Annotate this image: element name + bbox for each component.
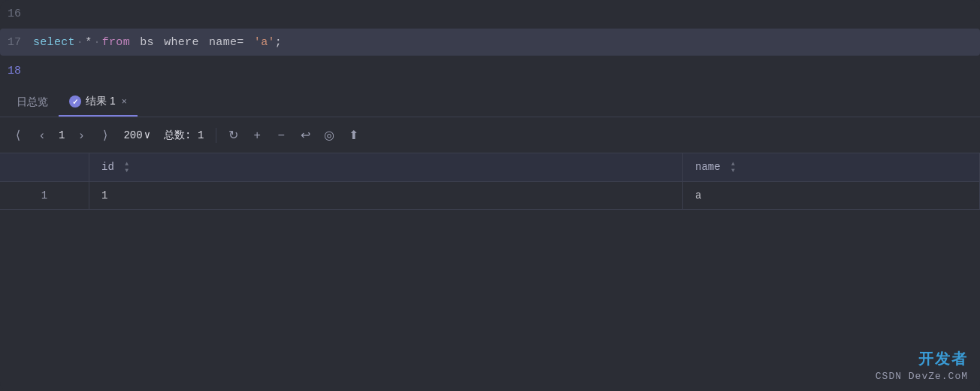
code-line-17[interactable]: 17 select·*·from bs where name= 'a'; bbox=[0, 29, 980, 56]
results-table: id ▲ ▼ name ▲ ▼ bbox=[0, 153, 980, 210]
col-name: name= bbox=[209, 36, 244, 49]
line-number-18: 18 bbox=[6, 65, 33, 77]
next-page-button[interactable]: › bbox=[71, 125, 92, 146]
tab-result1[interactable]: 结果 1 × bbox=[59, 88, 138, 117]
tab-overview[interactable]: 日总览 bbox=[6, 88, 59, 117]
keyword-where: where bbox=[164, 36, 199, 49]
code-line-18: 18 bbox=[0, 57, 980, 84]
first-page-button[interactable]: ⟨ bbox=[8, 125, 29, 146]
table-header-row: id ▲ ▼ name ▲ ▼ bbox=[0, 153, 980, 182]
cell-id: 1 bbox=[89, 182, 683, 210]
col-header-name[interactable]: name ▲ ▼ bbox=[683, 153, 980, 182]
rows-dropdown-icon: ∨ bbox=[144, 129, 150, 141]
total-count-label: 总数: 1 bbox=[158, 129, 210, 142]
last-page-button[interactable]: ⟩ bbox=[95, 125, 116, 146]
export-button[interactable]: ⬆ bbox=[343, 125, 364, 146]
result-toolbar: ⟨ ‹ 1 › ⟩ 200 ∨ 总数: 1 ↻ + − ↩ ◎ ⬆ bbox=[0, 117, 980, 153]
id-sort-icons[interactable]: ▲ ▼ bbox=[125, 161, 129, 174]
code-line-16: 16 bbox=[0, 0, 980, 27]
results-table-area: id ▲ ▼ name ▲ ▼ bbox=[0, 153, 980, 391]
col-header-id[interactable]: id ▲ ▼ bbox=[89, 153, 683, 182]
name-sort-icons[interactable]: ▲ ▼ bbox=[731, 161, 735, 174]
line-number-16: 16 bbox=[6, 8, 33, 20]
cell-rownum: 1 bbox=[0, 182, 89, 210]
table-body: 1 1 a bbox=[0, 182, 980, 210]
keyword-star: * bbox=[85, 36, 92, 49]
sort-down-icon: ▼ bbox=[731, 168, 735, 174]
tab-result-check-icon bbox=[69, 95, 81, 108]
tab-close-button[interactable]: × bbox=[122, 96, 127, 107]
sort-down-icon: ▼ bbox=[125, 168, 129, 174]
prev-page-button[interactable]: ‹ bbox=[32, 125, 53, 146]
code-content-17: select·*·from bs where name= 'a'; bbox=[33, 36, 282, 49]
refresh-button[interactable]: ↻ bbox=[222, 125, 243, 146]
cell-name: a bbox=[683, 182, 980, 210]
keyword-select: select bbox=[33, 36, 75, 49]
editor-area: 16 17 select·*·from bs where name= 'a'; … bbox=[0, 0, 980, 84]
tab-result1-label: 结果 1 bbox=[86, 95, 116, 108]
table-row[interactable]: 1 1 a bbox=[0, 182, 980, 210]
line-number-17: 17 bbox=[6, 36, 33, 49]
sort-up-icon: ▲ bbox=[125, 161, 129, 167]
current-page: 1 bbox=[56, 129, 68, 141]
keyword-from: from bbox=[102, 36, 130, 49]
rows-per-page-select[interactable]: 200 ∨ bbox=[119, 127, 155, 143]
tabs-bar: 日总览 结果 1 × bbox=[0, 84, 980, 117]
string-value: 'a' bbox=[254, 36, 275, 49]
toolbar-divider bbox=[216, 128, 216, 143]
col-header-rownum bbox=[0, 153, 89, 182]
remove-row-button[interactable]: − bbox=[271, 125, 292, 146]
sort-up-icon: ▲ bbox=[731, 161, 735, 167]
semicolon: ; bbox=[275, 36, 282, 49]
add-row-button[interactable]: + bbox=[247, 125, 268, 146]
table-name: bs bbox=[140, 36, 154, 49]
rows-per-page-value: 200 bbox=[123, 129, 142, 141]
tab-overview-label: 日总览 bbox=[17, 95, 48, 109]
undo-button[interactable]: ↩ bbox=[295, 125, 316, 146]
view-button[interactable]: ◎ bbox=[319, 125, 340, 146]
